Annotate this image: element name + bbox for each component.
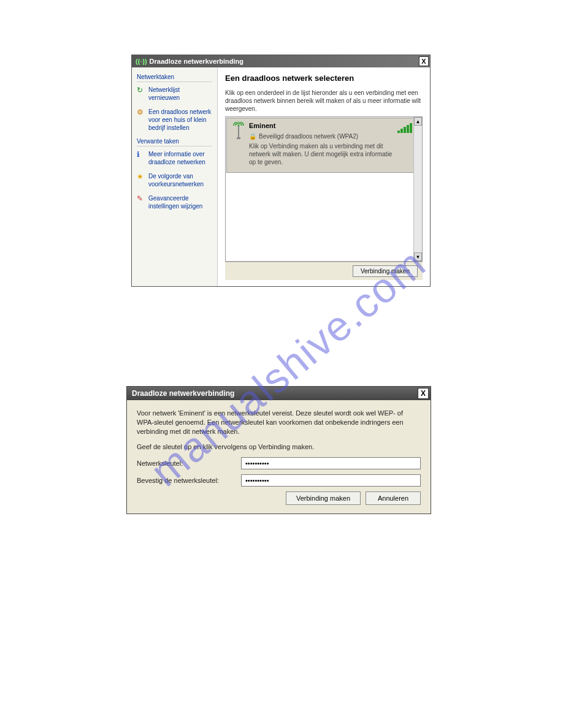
sidebar-item-label: Meer informatie over draadloze netwerken: [148, 150, 212, 166]
confirm-key-label: Bevestig de netwerksleutel:: [137, 477, 241, 484]
network-key-input[interactable]: [241, 457, 421, 469]
info-icon: ℹ: [137, 150, 145, 160]
network-key-dialog: Draadloze netwerkverbinding X Voor netwe…: [126, 386, 431, 514]
main-panel: Een draadloos netwerk selecteren Klik op…: [218, 67, 430, 286]
network-item-eminent[interactable]: Eminent 🔒 Beveiligd draadloos netwerk (W…: [226, 118, 421, 173]
cancel-button[interactable]: Annuleren: [366, 491, 421, 505]
sidebar-item-more-info[interactable]: ℹ Meer informatie over draadloze netwerk…: [137, 150, 212, 166]
network-security-label: Beveiligd draadloos netwerk (WPA2): [259, 133, 358, 140]
scroll-down-arrow-icon[interactable]: ▼: [414, 252, 422, 261]
titlebar[interactable]: Draadloze netwerkverbinding X: [127, 387, 431, 400]
sidebar-item-refresh-list[interactable]: ↻ Netwerklijst vernieuwen: [137, 86, 212, 102]
sidebar: Netwerktaken ↻ Netwerklijst vernieuwen ⚙…: [132, 67, 218, 286]
wireless-network-selection-window: ((◦)) Draadloze netwerkverbinding X Netw…: [131, 55, 431, 287]
sidebar-item-label: Een draadloos netwerk voor een huis of k…: [148, 108, 212, 132]
setup-icon: ⚙: [137, 108, 145, 118]
main-subtext: Klik op een onderdeel in de lijst hieron…: [225, 89, 423, 113]
sidebar-group-title-network-tasks: Netwerktaken: [137, 74, 212, 82]
titlebar[interactable]: ((◦)) Draadloze netwerkverbinding X: [132, 55, 430, 67]
close-button[interactable]: X: [419, 56, 429, 66]
close-button[interactable]: X: [418, 388, 429, 399]
connect-button[interactable]: Verbinding maken: [353, 265, 418, 277]
sidebar-item-preferred-order[interactable]: ★ De volgorde van voorkeursnetwerken: [137, 172, 212, 188]
scroll-up-arrow-icon[interactable]: ▲: [414, 117, 422, 126]
network-description: Klik op Verbinding maken als u verbindin…: [249, 142, 394, 166]
sidebar-item-advanced-settings[interactable]: ✎ Geavanceerde instellingen wijzigen: [137, 194, 212, 210]
star-icon: ★: [137, 172, 145, 182]
window-title: Draadloze netwerkverbinding: [150, 58, 419, 65]
dialog-intro-text: Voor netwerk 'Eminent' is een netwerksle…: [137, 409, 421, 436]
refresh-icon: ↻: [137, 86, 145, 96]
footer-bar: Verbinding maken: [225, 262, 423, 280]
network-key-label: Netwerksleutel:: [137, 460, 241, 467]
connect-button[interactable]: Verbinding maken: [286, 491, 361, 505]
dialog-instruction-text: Geef de sleutel op en klik vervolgens op…: [137, 442, 421, 452]
advanced-icon: ✎: [137, 194, 145, 204]
sidebar-item-label: Geavanceerde instellingen wijzigen: [148, 194, 212, 210]
lock-icon: 🔒: [249, 133, 256, 140]
antenna-icon: [232, 122, 245, 166]
dialog-title: Draadloze netwerkverbinding: [132, 389, 418, 398]
vertical-scrollbar[interactable]: ▲ ▼: [413, 117, 422, 261]
confirm-key-input[interactable]: [241, 474, 421, 487]
network-list: Eminent 🔒 Beveiligd draadloos netwerk (W…: [225, 116, 423, 262]
sidebar-item-label: Netwerklijst vernieuwen: [148, 86, 212, 102]
network-name: Eminent: [249, 122, 394, 129]
sidebar-item-setup-network[interactable]: ⚙ Een draadloos netwerk voor een huis of…: [137, 108, 212, 132]
svg-rect-2: [237, 137, 240, 139]
sidebar-group-title-related-tasks: Verwante taken: [137, 138, 212, 146]
sidebar-item-label: De volgorde van voorkeursnetwerken: [148, 172, 212, 188]
wireless-icon: ((◦)): [136, 58, 147, 65]
main-heading: Een draadloos netwerk selecteren: [225, 74, 423, 83]
scroll-track[interactable]: [414, 126, 422, 252]
